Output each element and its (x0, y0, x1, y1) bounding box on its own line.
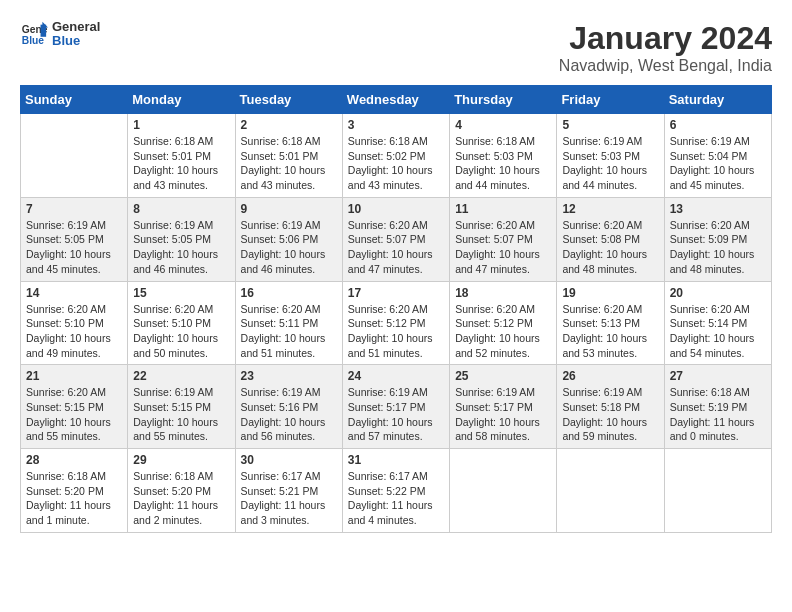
day-number: 23 (241, 369, 337, 383)
calendar-cell (664, 449, 771, 533)
calendar-cell: 28Sunrise: 6:18 AM Sunset: 5:20 PM Dayli… (21, 449, 128, 533)
calendar-cell: 16Sunrise: 6:20 AM Sunset: 5:11 PM Dayli… (235, 281, 342, 365)
calendar-cell: 5Sunrise: 6:19 AM Sunset: 5:03 PM Daylig… (557, 114, 664, 198)
col-saturday: Saturday (664, 86, 771, 114)
calendar-cell: 6Sunrise: 6:19 AM Sunset: 5:04 PM Daylig… (664, 114, 771, 198)
col-monday: Monday (128, 86, 235, 114)
location-title: Navadwip, West Bengal, India (559, 57, 772, 75)
day-info: Sunrise: 6:19 AM Sunset: 5:16 PM Dayligh… (241, 385, 337, 444)
logo: General Blue General Blue (20, 20, 100, 49)
page-header: General Blue General Blue January 2024 N… (20, 20, 772, 75)
calendar-cell: 2Sunrise: 6:18 AM Sunset: 5:01 PM Daylig… (235, 114, 342, 198)
calendar-cell: 15Sunrise: 6:20 AM Sunset: 5:10 PM Dayli… (128, 281, 235, 365)
day-info: Sunrise: 6:17 AM Sunset: 5:22 PM Dayligh… (348, 469, 444, 528)
calendar-cell: 20Sunrise: 6:20 AM Sunset: 5:14 PM Dayli… (664, 281, 771, 365)
calendar-cell: 29Sunrise: 6:18 AM Sunset: 5:20 PM Dayli… (128, 449, 235, 533)
day-number: 7 (26, 202, 122, 216)
day-info: Sunrise: 6:18 AM Sunset: 5:01 PM Dayligh… (133, 134, 229, 193)
calendar-cell: 3Sunrise: 6:18 AM Sunset: 5:02 PM Daylig… (342, 114, 449, 198)
calendar-cell (450, 449, 557, 533)
day-number: 10 (348, 202, 444, 216)
calendar-week-2: 7Sunrise: 6:19 AM Sunset: 5:05 PM Daylig… (21, 197, 772, 281)
calendar-cell: 8Sunrise: 6:19 AM Sunset: 5:05 PM Daylig… (128, 197, 235, 281)
logo-general-text: General (52, 20, 100, 34)
day-info: Sunrise: 6:18 AM Sunset: 5:03 PM Dayligh… (455, 134, 551, 193)
day-info: Sunrise: 6:20 AM Sunset: 5:10 PM Dayligh… (133, 302, 229, 361)
day-number: 19 (562, 286, 658, 300)
day-info: Sunrise: 6:19 AM Sunset: 5:04 PM Dayligh… (670, 134, 766, 193)
day-number: 21 (26, 369, 122, 383)
day-number: 9 (241, 202, 337, 216)
day-number: 17 (348, 286, 444, 300)
header-row: Sunday Monday Tuesday Wednesday Thursday… (21, 86, 772, 114)
col-wednesday: Wednesday (342, 86, 449, 114)
day-number: 11 (455, 202, 551, 216)
day-info: Sunrise: 6:20 AM Sunset: 5:11 PM Dayligh… (241, 302, 337, 361)
calendar-cell: 1Sunrise: 6:18 AM Sunset: 5:01 PM Daylig… (128, 114, 235, 198)
calendar-cell: 23Sunrise: 6:19 AM Sunset: 5:16 PM Dayli… (235, 365, 342, 449)
day-info: Sunrise: 6:20 AM Sunset: 5:07 PM Dayligh… (455, 218, 551, 277)
calendar-cell: 13Sunrise: 6:20 AM Sunset: 5:09 PM Dayli… (664, 197, 771, 281)
day-number: 20 (670, 286, 766, 300)
calendar-cell: 11Sunrise: 6:20 AM Sunset: 5:07 PM Dayli… (450, 197, 557, 281)
calendar-cell: 19Sunrise: 6:20 AM Sunset: 5:13 PM Dayli… (557, 281, 664, 365)
day-info: Sunrise: 6:19 AM Sunset: 5:18 PM Dayligh… (562, 385, 658, 444)
calendar-cell: 26Sunrise: 6:19 AM Sunset: 5:18 PM Dayli… (557, 365, 664, 449)
day-number: 25 (455, 369, 551, 383)
calendar-cell (557, 449, 664, 533)
calendar-cell: 10Sunrise: 6:20 AM Sunset: 5:07 PM Dayli… (342, 197, 449, 281)
day-info: Sunrise: 6:19 AM Sunset: 5:05 PM Dayligh… (26, 218, 122, 277)
day-info: Sunrise: 6:20 AM Sunset: 5:10 PM Dayligh… (26, 302, 122, 361)
calendar-cell: 22Sunrise: 6:19 AM Sunset: 5:15 PM Dayli… (128, 365, 235, 449)
day-number: 3 (348, 118, 444, 132)
day-number: 22 (133, 369, 229, 383)
calendar-cell: 24Sunrise: 6:19 AM Sunset: 5:17 PM Dayli… (342, 365, 449, 449)
day-info: Sunrise: 6:19 AM Sunset: 5:17 PM Dayligh… (455, 385, 551, 444)
day-info: Sunrise: 6:18 AM Sunset: 5:20 PM Dayligh… (26, 469, 122, 528)
day-info: Sunrise: 6:18 AM Sunset: 5:01 PM Dayligh… (241, 134, 337, 193)
day-number: 1 (133, 118, 229, 132)
day-number: 15 (133, 286, 229, 300)
calendar-cell: 14Sunrise: 6:20 AM Sunset: 5:10 PM Dayli… (21, 281, 128, 365)
day-number: 4 (455, 118, 551, 132)
day-info: Sunrise: 6:19 AM Sunset: 5:03 PM Dayligh… (562, 134, 658, 193)
calendar-cell: 30Sunrise: 6:17 AM Sunset: 5:21 PM Dayli… (235, 449, 342, 533)
calendar-week-5: 28Sunrise: 6:18 AM Sunset: 5:20 PM Dayli… (21, 449, 772, 533)
calendar-cell: 17Sunrise: 6:20 AM Sunset: 5:12 PM Dayli… (342, 281, 449, 365)
calendar-week-1: 1Sunrise: 6:18 AM Sunset: 5:01 PM Daylig… (21, 114, 772, 198)
day-number: 24 (348, 369, 444, 383)
day-info: Sunrise: 6:19 AM Sunset: 5:05 PM Dayligh… (133, 218, 229, 277)
day-info: Sunrise: 6:19 AM Sunset: 5:06 PM Dayligh… (241, 218, 337, 277)
day-number: 6 (670, 118, 766, 132)
day-number: 31 (348, 453, 444, 467)
day-info: Sunrise: 6:17 AM Sunset: 5:21 PM Dayligh… (241, 469, 337, 528)
day-info: Sunrise: 6:20 AM Sunset: 5:14 PM Dayligh… (670, 302, 766, 361)
day-info: Sunrise: 6:18 AM Sunset: 5:20 PM Dayligh… (133, 469, 229, 528)
day-number: 26 (562, 369, 658, 383)
day-number: 2 (241, 118, 337, 132)
day-info: Sunrise: 6:19 AM Sunset: 5:17 PM Dayligh… (348, 385, 444, 444)
title-section: January 2024 Navadwip, West Bengal, Indi… (559, 20, 772, 75)
calendar-week-4: 21Sunrise: 6:20 AM Sunset: 5:15 PM Dayli… (21, 365, 772, 449)
calendar-cell: 18Sunrise: 6:20 AM Sunset: 5:12 PM Dayli… (450, 281, 557, 365)
calendar-cell: 31Sunrise: 6:17 AM Sunset: 5:22 PM Dayli… (342, 449, 449, 533)
col-sunday: Sunday (21, 86, 128, 114)
day-number: 18 (455, 286, 551, 300)
day-info: Sunrise: 6:20 AM Sunset: 5:15 PM Dayligh… (26, 385, 122, 444)
day-number: 14 (26, 286, 122, 300)
month-title: January 2024 (559, 20, 772, 57)
calendar-cell: 21Sunrise: 6:20 AM Sunset: 5:15 PM Dayli… (21, 365, 128, 449)
calendar-week-3: 14Sunrise: 6:20 AM Sunset: 5:10 PM Dayli… (21, 281, 772, 365)
logo-icon: General Blue (20, 20, 48, 48)
calendar-cell: 7Sunrise: 6:19 AM Sunset: 5:05 PM Daylig… (21, 197, 128, 281)
day-info: Sunrise: 6:20 AM Sunset: 5:08 PM Dayligh… (562, 218, 658, 277)
day-number: 13 (670, 202, 766, 216)
calendar-cell: 27Sunrise: 6:18 AM Sunset: 5:19 PM Dayli… (664, 365, 771, 449)
svg-text:Blue: Blue (22, 36, 45, 47)
calendar-cell: 4Sunrise: 6:18 AM Sunset: 5:03 PM Daylig… (450, 114, 557, 198)
calendar-cell: 9Sunrise: 6:19 AM Sunset: 5:06 PM Daylig… (235, 197, 342, 281)
day-info: Sunrise: 6:20 AM Sunset: 5:09 PM Dayligh… (670, 218, 766, 277)
day-info: Sunrise: 6:18 AM Sunset: 5:19 PM Dayligh… (670, 385, 766, 444)
col-friday: Friday (557, 86, 664, 114)
calendar-cell (21, 114, 128, 198)
